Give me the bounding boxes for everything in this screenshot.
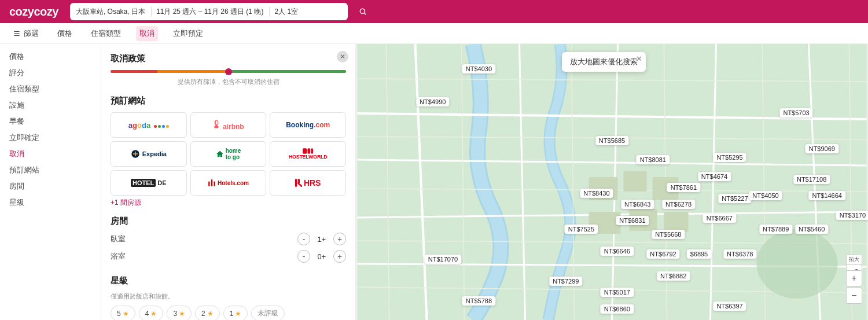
price-tag-p27[interactable]: NT$6378	[723, 249, 756, 259]
price-filter-button[interactable]: 價格	[54, 26, 76, 41]
star-2-button[interactable]: 2 ★	[195, 306, 220, 320]
hotelscom-logo: Hotels.com	[208, 179, 249, 187]
price-tag-p14[interactable]: NT$6843	[621, 200, 654, 209]
search-button[interactable]	[355, 3, 371, 20]
price-tag-p26[interactable]: $6895	[687, 249, 712, 259]
left-panel-item-stars[interactable]: 星級	[9, 196, 91, 209]
price-tag-p20[interactable]: NT$5668	[652, 230, 685, 239]
price-tag-p11[interactable]: NT$8430	[580, 189, 613, 198]
booking-site-airbnb[interactable]: airbnb	[190, 112, 267, 138]
price-tag-p25[interactable]: NT$6792	[646, 249, 679, 259]
bedroom-increment[interactable]: +	[333, 233, 346, 245]
price-tag-p3[interactable]: NT$5703	[779, 108, 812, 117]
star-5-button[interactable]: 5 ★	[111, 306, 135, 320]
bathroom-decrement[interactable]: -	[297, 250, 310, 263]
price-tag-p7[interactable]: NT$9069	[806, 144, 838, 153]
price-tag-p13[interactable]: NT$5227	[718, 194, 751, 203]
price-tag-p5[interactable]: NT$8081	[637, 155, 670, 164]
immediate-booking-button[interactable]: 立即預定	[170, 26, 207, 41]
booking-site-hotelde[interactable]: HOTEL DE	[111, 170, 187, 196]
map-tooltip-close[interactable]: ✕	[636, 54, 642, 63]
booking-site-hotelscom[interactable]: Hotels.com	[190, 170, 267, 196]
price-tag-p18[interactable]: NT$7525	[565, 225, 598, 234]
more-sources-link[interactable]: +1 間房源	[111, 198, 346, 208]
left-panel-item-rating[interactable]: 評分	[9, 66, 91, 80]
hometogo-logo: hometo go	[216, 148, 241, 160]
filter-toggle-button[interactable]: 篩選	[9, 26, 42, 41]
booking-site-agoda[interactable]: agoda	[111, 112, 187, 138]
price-tag-p30[interactable]: NT$6882	[657, 271, 690, 281]
price-tag-p28[interactable]: NT$17070	[425, 255, 461, 264]
left-panel-item-immediate[interactable]: 立即確定	[9, 131, 91, 145]
price-tag-p29[interactable]: NT$7299	[549, 277, 582, 286]
cancel-slider[interactable]	[111, 70, 346, 73]
booking-site-expedia[interactable]: Expedia	[111, 141, 187, 167]
price-tag-p1[interactable]: NT$4030	[462, 64, 495, 73]
unrated-button[interactable]: 未評級	[251, 306, 285, 320]
price-tag-p8[interactable]: NT$4674	[698, 172, 731, 181]
immediate-booking-label: 立即預定	[173, 28, 203, 39]
left-panel-item-amenities[interactable]: 設施	[9, 98, 91, 112]
left-panel-item-rooms[interactable]: 房間	[9, 179, 91, 193]
svg-rect-6	[303, 148, 307, 154]
map-tooltip-text: 放大地圖來優化搜索	[570, 57, 638, 66]
center-panel: ✕ 取消政策 提供所有篩澤，包含不可取消的住宿 預訂網站 agoda	[101, 44, 356, 320]
booking-site-hostelworld[interactable]: HOSTELWORLD	[270, 141, 346, 167]
accommodation-type-button[interactable]: 住宿類型	[87, 26, 124, 41]
cancel-policy-title: 取消政策	[111, 53, 346, 64]
left-panel-item-type[interactable]: 住宿類型	[9, 82, 91, 96]
stars-hint: 僅適用於飯店和旅館。	[111, 292, 346, 301]
search-guests[interactable]: 2人 1室	[274, 7, 298, 17]
price-tag-p17[interactable]: NT$6831	[616, 216, 649, 225]
price-tag-p15[interactable]: NT$4050	[749, 191, 782, 200]
price-tag-p10[interactable]: NT$17108	[793, 175, 830, 184]
search-location[interactable]: 大阪車站, Osaka, 日本	[76, 7, 152, 17]
map-container[interactable]: 放大地圖來優化搜索 ✕ NT$4030 NT$4990 NT$5703 NT$5…	[356, 44, 868, 320]
svg-line-30	[462, 44, 465, 320]
bathroom-increment[interactable]: +	[333, 250, 346, 263]
left-panel-item-price[interactable]: 價格	[9, 50, 91, 64]
star-4-button[interactable]: 4 ★	[139, 306, 164, 320]
svg-line-17	[358, 212, 867, 218]
price-tag-p19[interactable]: NT$6667	[703, 214, 736, 223]
price-tag-p2[interactable]: NT$4990	[416, 97, 449, 106]
zoom-out-button[interactable]: −	[846, 288, 862, 304]
price-tag-p24[interactable]: NT$6646	[601, 247, 634, 256]
price-tag-p12[interactable]: NT$6278	[662, 200, 695, 209]
stars-section: 星級 僅適用於飯店和旅館。 5 ★ 4 ★ 3 ★ 2 ★ 1 ★ 未評級	[111, 275, 346, 320]
price-tag-p31[interactable]: NT$5017	[601, 288, 634, 297]
map-tooltip: 放大地圖來優化搜索 ✕	[562, 52, 646, 72]
star-3-button[interactable]: 3 ★	[167, 306, 192, 320]
svg-line-18	[358, 264, 867, 267]
left-panel-item-booking[interactable]: 預訂網站	[9, 163, 91, 177]
svg-rect-41	[664, 212, 689, 232]
bedroom-decrement[interactable]: -	[297, 233, 310, 245]
fullscreen-label: 拓大	[846, 254, 862, 265]
zoom-in-button[interactable]: +	[846, 270, 862, 286]
price-tag-p34[interactable]: NT$6397	[713, 301, 746, 311]
left-panel-item-cancel[interactable]: 取消	[9, 147, 91, 161]
price-tag-p23[interactable]: NT$3170	[836, 211, 868, 220]
cancel-filter-button[interactable]: 取消	[136, 26, 158, 41]
star-icon-2: ★	[207, 310, 214, 318]
bathroom-row: 浴室 - 0+ +	[111, 250, 346, 263]
price-tag-p22[interactable]: NT$5460	[795, 225, 828, 234]
bedroom-value: 1+	[315, 235, 329, 244]
price-tag-p4[interactable]: NT$5685	[595, 136, 628, 145]
price-tag-p9[interactable]: NT$7861	[667, 183, 700, 192]
search-dates[interactable]: 11月 25 週六 – 11月 26 週日 (1 晚)	[156, 7, 270, 17]
booking-site-hometogo[interactable]: hometo go	[190, 141, 267, 167]
price-tag-p6[interactable]: NT$5295	[713, 153, 746, 162]
price-tag-p32[interactable]: NT$5788	[462, 296, 495, 306]
price-tag-p21[interactable]: NT$7889	[759, 225, 792, 234]
star-1-button[interactable]: 1 ★	[223, 306, 248, 320]
price-tag-p16[interactable]: NT$14664	[809, 191, 845, 200]
booking-site-hrs[interactable]: HRS	[270, 170, 346, 196]
panel-close-button[interactable]: ✕	[337, 51, 348, 62]
price-tag-p33[interactable]: NT$6860	[601, 304, 634, 314]
search-bar[interactable]: 大阪車站, Osaka, 日本 11月 25 週六 – 11月 26 週日 (1…	[70, 3, 348, 20]
booking-site-booking[interactable]: Booking.com	[270, 112, 346, 138]
svg-rect-10	[211, 179, 212, 186]
left-panel-item-breakfast[interactable]: 早餐	[9, 115, 91, 128]
slider-thumb[interactable]	[225, 68, 232, 75]
